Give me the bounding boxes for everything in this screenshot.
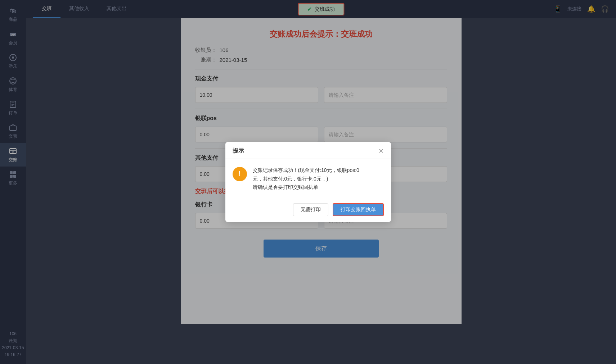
modal-close-button[interactable]: ✕ (378, 147, 384, 155)
modal-footer: 无需打印 打印交账回执单 (225, 199, 391, 222)
modal-body: ! 交账记录保存成功！(现金支付:10元，银联pos:0 元，其他支付:0元，银… (225, 159, 391, 199)
modal-message-line2: 元，其他支付:0元，银行卡:0元，) (253, 176, 328, 182)
warning-icon: ! (233, 167, 247, 181)
modal-overlay: 提示 ✕ ! 交账记录保存成功！(现金支付:10元，银联pos:0 元，其他支付… (0, 0, 616, 364)
print-button[interactable]: 打印交账回执单 (333, 203, 384, 216)
modal-title: 提示 (233, 147, 244, 155)
no-print-button[interactable]: 无需打印 (293, 203, 328, 216)
modal-dialog: 提示 ✕ ! 交账记录保存成功！(现金支付:10元，银联pos:0 元，其他支付… (225, 142, 391, 222)
modal-header: 提示 ✕ (225, 142, 391, 159)
modal-message-line3: 请确认是否要打印交账回执单 (253, 184, 318, 190)
modal-message: 交账记录保存成功！(现金支付:10元，银联pos:0 元，其他支付:0元，银行卡… (253, 166, 359, 192)
modal-message-line1: 交账记录保存成功！(现金支付:10元，银联pos:0 (253, 167, 359, 173)
